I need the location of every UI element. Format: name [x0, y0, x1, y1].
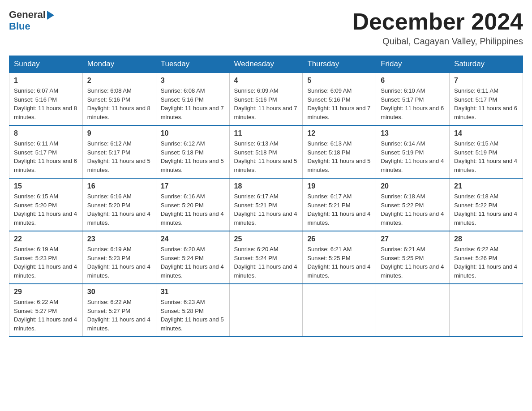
day-number: 21 [454, 182, 518, 190]
weekday-header-saturday: Saturday [450, 56, 523, 73]
logo: General Blue [9, 9, 54, 32]
calendar-cell: 1Sunrise: 6:07 AMSunset: 5:16 PMDaylight… [9, 73, 83, 125]
day-info: Sunrise: 6:21 AMSunset: 5:25 PMDaylight:… [307, 245, 371, 280]
day-number: 26 [307, 235, 371, 243]
day-number: 15 [14, 182, 78, 190]
day-info: Sunrise: 6:13 AMSunset: 5:18 PMDaylight:… [234, 139, 298, 174]
day-info: Sunrise: 6:11 AMSunset: 5:17 PMDaylight:… [454, 86, 518, 121]
calendar-cell: 27Sunrise: 6:21 AMSunset: 5:25 PMDayligh… [376, 231, 450, 284]
calendar-cell: 22Sunrise: 6:19 AMSunset: 5:23 PMDayligh… [9, 231, 83, 284]
day-number: 3 [161, 77, 225, 85]
weekday-header-thursday: Thursday [303, 56, 376, 73]
calendar-cell: 18Sunrise: 6:17 AMSunset: 5:21 PMDayligh… [229, 178, 303, 231]
calendar-cell [229, 284, 303, 337]
day-number: 24 [161, 235, 225, 243]
day-number: 20 [381, 182, 445, 190]
day-number: 12 [307, 129, 371, 137]
day-info: Sunrise: 6:19 AMSunset: 5:23 PMDaylight:… [87, 245, 151, 280]
day-number: 4 [234, 77, 298, 85]
day-info: Sunrise: 6:14 AMSunset: 5:19 PMDaylight:… [381, 139, 445, 174]
day-info: Sunrise: 6:11 AMSunset: 5:17 PMDaylight:… [14, 139, 78, 174]
day-info: Sunrise: 6:17 AMSunset: 5:21 PMDaylight:… [234, 192, 298, 227]
calendar-cell: 16Sunrise: 6:16 AMSunset: 5:20 PMDayligh… [82, 178, 156, 231]
calendar-cell: 11Sunrise: 6:13 AMSunset: 5:18 PMDayligh… [229, 125, 303, 178]
logo-arrow-icon [47, 11, 54, 20]
calendar-header-row: SundayMondayTuesdayWednesdayThursdayFrid… [9, 56, 523, 73]
month-title: December 2024 [352, 9, 523, 34]
day-number: 18 [234, 182, 298, 190]
day-info: Sunrise: 6:15 AMSunset: 5:20 PMDaylight:… [14, 192, 78, 227]
logo-general: General [9, 9, 46, 21]
calendar-cell: 8Sunrise: 6:11 AMSunset: 5:17 PMDaylight… [9, 125, 83, 178]
day-info: Sunrise: 6:16 AMSunset: 5:20 PMDaylight:… [161, 192, 225, 227]
day-number: 2 [87, 77, 151, 85]
day-number: 14 [454, 129, 518, 137]
day-info: Sunrise: 6:17 AMSunset: 5:21 PMDaylight:… [307, 192, 371, 227]
calendar-cell: 14Sunrise: 6:15 AMSunset: 5:19 PMDayligh… [450, 125, 523, 178]
calendar-cell: 19Sunrise: 6:17 AMSunset: 5:21 PMDayligh… [303, 178, 376, 231]
day-number: 16 [87, 182, 151, 190]
calendar-cell [450, 284, 523, 337]
calendar-cell: 20Sunrise: 6:18 AMSunset: 5:22 PMDayligh… [376, 178, 450, 231]
calendar-cell: 24Sunrise: 6:20 AMSunset: 5:24 PMDayligh… [156, 231, 229, 284]
day-number: 11 [234, 129, 298, 137]
day-number: 7 [454, 77, 518, 85]
calendar-cell: 28Sunrise: 6:22 AMSunset: 5:26 PMDayligh… [450, 231, 523, 284]
day-number: 29 [14, 288, 78, 296]
day-info: Sunrise: 6:09 AMSunset: 5:16 PMDaylight:… [307, 86, 371, 121]
day-info: Sunrise: 6:20 AMSunset: 5:24 PMDaylight:… [234, 245, 298, 280]
day-number: 22 [14, 235, 78, 243]
day-number: 23 [87, 235, 151, 243]
weekday-header-monday: Monday [82, 56, 156, 73]
day-info: Sunrise: 6:22 AMSunset: 5:27 PMDaylight:… [87, 298, 151, 333]
calendar-cell: 5Sunrise: 6:09 AMSunset: 5:16 PMDaylight… [303, 73, 376, 125]
day-number: 13 [381, 129, 445, 137]
logo-blue: Blue [9, 21, 30, 32]
calendar-cell: 26Sunrise: 6:21 AMSunset: 5:25 PMDayligh… [303, 231, 376, 284]
calendar-cell: 23Sunrise: 6:19 AMSunset: 5:23 PMDayligh… [82, 231, 156, 284]
calendar-cell: 10Sunrise: 6:12 AMSunset: 5:18 PMDayligh… [156, 125, 229, 178]
day-number: 31 [161, 288, 225, 296]
day-info: Sunrise: 6:22 AMSunset: 5:26 PMDaylight:… [454, 245, 518, 280]
calendar-cell: 31Sunrise: 6:23 AMSunset: 5:28 PMDayligh… [156, 284, 229, 337]
day-info: Sunrise: 6:15 AMSunset: 5:19 PMDaylight:… [454, 139, 518, 174]
calendar-cell [303, 284, 376, 337]
day-number: 17 [161, 182, 225, 190]
calendar-cell: 12Sunrise: 6:13 AMSunset: 5:18 PMDayligh… [303, 125, 376, 178]
weekday-header-sunday: Sunday [9, 56, 83, 73]
calendar-cell: 6Sunrise: 6:10 AMSunset: 5:17 PMDaylight… [376, 73, 450, 125]
calendar-week-row: 22Sunrise: 6:19 AMSunset: 5:23 PMDayligh… [9, 231, 523, 284]
day-number: 25 [234, 235, 298, 243]
calendar-cell: 17Sunrise: 6:16 AMSunset: 5:20 PMDayligh… [156, 178, 229, 231]
calendar-cell: 21Sunrise: 6:18 AMSunset: 5:22 PMDayligh… [450, 178, 523, 231]
day-number: 5 [307, 77, 371, 85]
calendar-week-row: 8Sunrise: 6:11 AMSunset: 5:17 PMDaylight… [9, 125, 523, 178]
calendar-week-row: 29Sunrise: 6:22 AMSunset: 5:27 PMDayligh… [9, 284, 523, 337]
weekday-header-tuesday: Tuesday [156, 56, 229, 73]
title-area: December 2024 Quibal, Cagayan Valley, Ph… [352, 9, 523, 47]
calendar-cell: 15Sunrise: 6:15 AMSunset: 5:20 PMDayligh… [9, 178, 83, 231]
day-info: Sunrise: 6:08 AMSunset: 5:16 PMDaylight:… [87, 86, 151, 121]
calendar-week-row: 15Sunrise: 6:15 AMSunset: 5:20 PMDayligh… [9, 178, 523, 231]
day-info: Sunrise: 6:20 AMSunset: 5:24 PMDaylight:… [161, 245, 225, 280]
calendar-cell: 9Sunrise: 6:12 AMSunset: 5:17 PMDaylight… [82, 125, 156, 178]
calendar-cell: 3Sunrise: 6:08 AMSunset: 5:16 PMDaylight… [156, 73, 229, 125]
day-number: 6 [381, 77, 445, 85]
calendar-cell [376, 284, 450, 337]
calendar-week-row: 1Sunrise: 6:07 AMSunset: 5:16 PMDaylight… [9, 73, 523, 125]
day-info: Sunrise: 6:18 AMSunset: 5:22 PMDaylight:… [381, 192, 445, 227]
day-number: 30 [87, 288, 151, 296]
day-info: Sunrise: 6:16 AMSunset: 5:20 PMDaylight:… [87, 192, 151, 227]
calendar-cell: 29Sunrise: 6:22 AMSunset: 5:27 PMDayligh… [9, 284, 83, 337]
calendar-cell: 7Sunrise: 6:11 AMSunset: 5:17 PMDaylight… [450, 73, 523, 125]
day-info: Sunrise: 6:22 AMSunset: 5:27 PMDaylight:… [14, 298, 78, 333]
day-number: 19 [307, 182, 371, 190]
weekday-header-wednesday: Wednesday [229, 56, 303, 73]
day-info: Sunrise: 6:12 AMSunset: 5:17 PMDaylight:… [87, 139, 151, 174]
day-number: 9 [87, 129, 151, 137]
day-info: Sunrise: 6:07 AMSunset: 5:16 PMDaylight:… [14, 86, 78, 121]
day-info: Sunrise: 6:13 AMSunset: 5:18 PMDaylight:… [307, 139, 371, 174]
day-number: 10 [161, 129, 225, 137]
day-info: Sunrise: 6:23 AMSunset: 5:28 PMDaylight:… [161, 298, 225, 333]
page-header: General Blue December 2024 Quibal, Cagay… [9, 9, 523, 47]
